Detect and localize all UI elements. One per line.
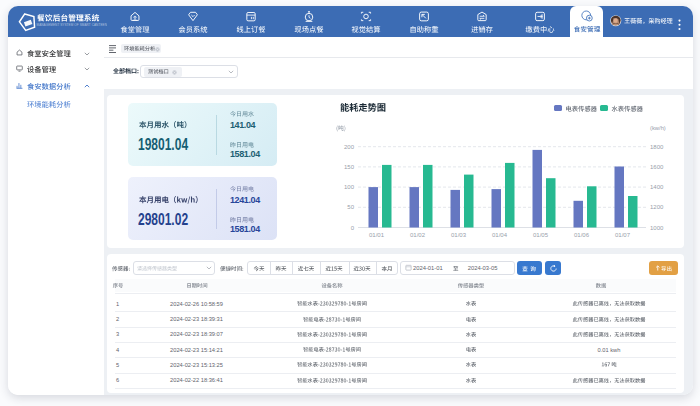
svg-text:01/07: 01/07 [615,232,631,238]
svg-text:(kw/h): (kw/h) [650,125,666,131]
svg-text:200: 200 [344,144,355,150]
svg-text:01/01: 01/01 [369,232,385,238]
svg-text:01/04: 01/04 [492,232,508,238]
svg-text:150: 150 [344,164,355,170]
svg-text:01/03: 01/03 [451,232,467,238]
svg-text:1600: 1600 [650,164,664,170]
svg-text:1400: 1400 [650,184,664,190]
svg-text:100: 100 [344,184,355,190]
svg-text:0: 0 [351,225,355,231]
svg-text:1200: 1200 [650,204,664,210]
svg-text:01/02: 01/02 [410,232,426,238]
svg-text:1800: 1800 [650,144,664,150]
svg-text:01/05: 01/05 [533,232,549,238]
svg-text:50: 50 [347,204,354,210]
svg-text:01/06: 01/06 [574,232,590,238]
svg-text:1000: 1000 [650,225,664,231]
